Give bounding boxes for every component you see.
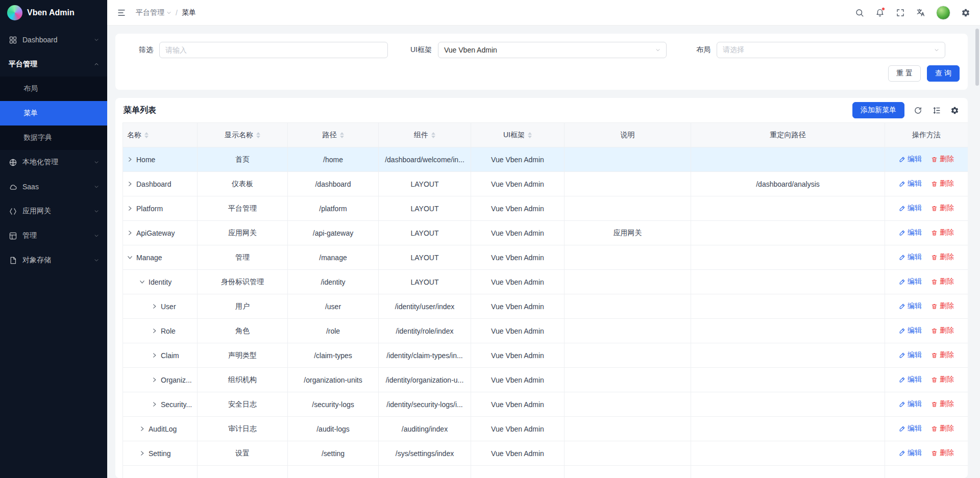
edit-button[interactable]: 编辑 — [899, 326, 922, 335]
edit-button[interactable]: 编辑 — [899, 424, 922, 433]
chevron-right-icon[interactable] — [127, 181, 133, 187]
logo-text: Vben Admin — [27, 8, 75, 17]
search-icon[interactable] — [854, 8, 865, 18]
reset-button[interactable]: 重 置 — [888, 65, 921, 82]
cell-path: /audit-logs — [288, 417, 379, 441]
cell-name: Manage — [123, 245, 198, 270]
table-settings-icon[interactable] — [949, 105, 960, 115]
column-header-4[interactable]: 组件 — [379, 123, 471, 147]
sort-icon[interactable] — [256, 132, 260, 138]
row-height-icon[interactable] — [931, 105, 941, 115]
chevron-right-icon[interactable] — [152, 328, 157, 334]
sort-icon[interactable] — [144, 132, 149, 138]
delete-button[interactable]: 删除 — [931, 350, 954, 360]
chevron-down-icon — [655, 47, 660, 53]
edit-button[interactable]: 编辑 — [899, 204, 922, 213]
edit-button[interactable]: 编辑 — [899, 375, 922, 384]
cell-actions: 编辑删除 — [885, 196, 968, 221]
edit-button[interactable]: 编辑 — [899, 228, 922, 237]
sidebar-item-saas[interactable]: Saas — [0, 174, 107, 199]
sidebar-item-manage[interactable]: 管理 — [0, 223, 107, 248]
delete-button[interactable]: 删除 — [931, 301, 954, 311]
add-menu-button[interactable]: 添加新菜单 — [852, 102, 904, 118]
cell-component: /identity/user/index — [379, 294, 471, 319]
layout-select[interactable]: 请选择 — [717, 42, 945, 58]
chevron-down-icon[interactable] — [139, 279, 145, 285]
fullscreen-icon[interactable] — [895, 8, 905, 18]
chevron-down-icon[interactable] — [127, 255, 133, 260]
sidebar-item-dashboard[interactable]: Dashboard — [0, 28, 107, 52]
column-header-1[interactable]: 名称 — [123, 123, 198, 147]
sidebar-item-api-gateway[interactable]: 应用网关 — [0, 199, 107, 223]
edit-button[interactable]: 编辑 — [899, 179, 922, 188]
sidebar-item-object-storage[interactable]: 对象存储 — [0, 248, 107, 272]
edit-button[interactable]: 编辑 — [899, 301, 922, 311]
cell-framework: Vue Vben Admin — [471, 294, 565, 319]
cell-display-name: 设置 — [198, 441, 288, 466]
chevron-right-icon[interactable] — [152, 304, 157, 309]
sidebar-item-localization[interactable]: 本地化管理 — [0, 150, 107, 174]
delete-button[interactable]: 删除 — [931, 448, 954, 458]
chevron-right-icon[interactable] — [127, 230, 133, 236]
delete-button[interactable]: 删除 — [931, 204, 954, 213]
delete-button[interactable]: 删除 — [931, 326, 954, 335]
filter-input[interactable] — [159, 42, 388, 58]
chevron-right-icon[interactable] — [152, 353, 157, 358]
delete-button[interactable]: 删除 — [931, 155, 954, 164]
delete-button[interactable]: 删除 — [931, 228, 954, 237]
cell-actions: 编辑删除 — [885, 319, 968, 343]
breadcrumb-label: 平台管理 — [136, 8, 164, 17]
table-row: Organiz...组织机构/organization-units/identi… — [123, 368, 968, 392]
cell-description — [565, 319, 691, 343]
delete-button[interactable]: 删除 — [931, 277, 954, 286]
notification-bell-icon[interactable] — [875, 8, 885, 18]
delete-button[interactable]: 删除 — [931, 424, 954, 433]
refresh-icon[interactable] — [913, 105, 923, 115]
sort-icon[interactable] — [431, 132, 435, 138]
settings-gear-icon[interactable] — [961, 8, 971, 18]
delete-button[interactable]: 删除 — [931, 399, 954, 409]
sidebar-item-label: 平台管理 — [9, 60, 37, 69]
edit-button[interactable]: 编辑 — [899, 399, 922, 409]
scrollbar[interactable] — [975, 29, 979, 86]
chevron-up-icon — [94, 62, 99, 67]
sidebar-item-data-dictionary[interactable]: 数据字典 — [0, 125, 107, 150]
sidebar-item-platform-management[interactable]: 平台管理 — [0, 52, 107, 77]
column-header-3[interactable]: 路径 — [288, 123, 379, 147]
sort-icon[interactable] — [340, 132, 344, 138]
breadcrumb-item-platform[interactable]: 平台管理 — [136, 8, 172, 17]
column-header-2[interactable]: 显示名称 — [198, 123, 288, 147]
sidebar-item-layout[interactable]: 布局 — [0, 77, 107, 101]
saas-icon — [8, 182, 17, 191]
delete-button[interactable]: 删除 — [931, 253, 954, 262]
delete-button[interactable]: 删除 — [931, 375, 954, 384]
edit-button[interactable]: 编辑 — [899, 253, 922, 262]
sidebar-item-menu[interactable]: 菜单 — [0, 101, 107, 125]
avatar[interactable] — [936, 6, 950, 20]
edit-button[interactable]: 编辑 — [899, 350, 922, 360]
column-label: 路径 — [323, 131, 337, 140]
chevron-right-icon[interactable] — [127, 157, 133, 162]
language-icon[interactable] — [916, 8, 926, 18]
edit-button[interactable]: 编辑 — [899, 277, 922, 286]
table-header-bar: 菜单列表 添加新菜单 — [122, 98, 961, 122]
ui-framework-select[interactable]: Vue Vben Admin — [438, 42, 667, 58]
delete-button[interactable]: 删除 — [931, 179, 954, 188]
sidebar-item-label: 本地化管理 — [22, 158, 58, 167]
chevron-down-icon — [166, 10, 172, 15]
logo[interactable]: Vben Admin — [0, 0, 107, 26]
chevron-right-icon[interactable] — [139, 450, 145, 456]
notification-dot — [881, 7, 885, 11]
chevron-right-icon[interactable] — [152, 377, 157, 383]
chevron-right-icon[interactable] — [139, 426, 145, 432]
chevron-right-icon[interactable] — [127, 206, 133, 211]
edit-button[interactable]: 编辑 — [899, 155, 922, 164]
sidebar-item-label: 管理 — [22, 231, 37, 240]
search-button[interactable]: 查 询 — [927, 65, 960, 82]
column-header-5[interactable]: UI框架 — [471, 123, 565, 147]
edit-button[interactable]: 编辑 — [899, 448, 922, 458]
table-row: Security...安全日志/security-logs/identity/s… — [123, 392, 968, 417]
collapse-menu-icon[interactable] — [116, 8, 127, 18]
sort-icon[interactable] — [528, 132, 532, 138]
chevron-right-icon[interactable] — [152, 401, 157, 407]
